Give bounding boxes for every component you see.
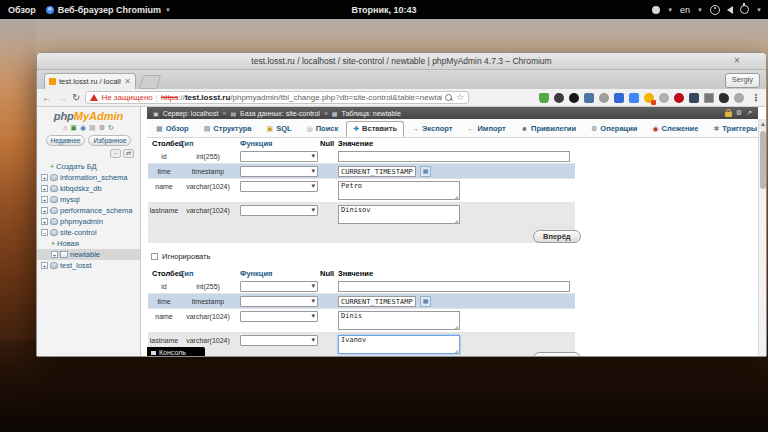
resize-grip-icon[interactable]: ◢ xyxy=(454,324,458,330)
function-select[interactable] xyxy=(240,205,318,216)
tree-item-new-db[interactable]: +Создать БД xyxy=(37,161,140,172)
breadcrumb-table[interactable]: Таблица: newtable xyxy=(341,110,400,117)
expand-icon[interactable]: + xyxy=(51,251,58,258)
function-select[interactable] xyxy=(240,181,318,192)
activities-button[interactable]: Обзор xyxy=(8,5,36,15)
tree-item-db[interactable]: +kibqdskz_db xyxy=(37,183,140,194)
tab-triggers[interactable]: ✱Триггеры xyxy=(706,121,764,137)
pixel-extension-icon[interactable] xyxy=(689,93,699,103)
tree-item-table-selected[interactable]: +newtable xyxy=(37,249,140,260)
blue-box-extension-icon[interactable] xyxy=(614,93,624,103)
tab-privileges[interactable]: ☻Привилегии xyxy=(514,121,583,137)
tab-import[interactable]: ←Импорт xyxy=(460,121,512,137)
window-titlebar[interactable]: test.losst.ru / localhost / site-control… xyxy=(37,53,766,70)
tree-item-new-table[interactable]: +Новая xyxy=(37,238,140,249)
tab-browse[interactable]: ▦Обзор xyxy=(149,121,196,137)
tab-operations[interactable]: ⚙Операции xyxy=(584,121,644,137)
timestamp-input[interactable] xyxy=(338,296,416,307)
gray-extension-icon[interactable] xyxy=(599,93,609,103)
pocket-extension-icon[interactable] xyxy=(554,93,564,103)
browser-tab[interactable]: test.losst.ru / localh ✕ xyxy=(44,73,136,89)
logout-icon[interactable]: ▣ xyxy=(70,124,77,132)
calendar-icon[interactable]: ▦ xyxy=(420,296,431,307)
function-select[interactable] xyxy=(240,281,318,292)
tree-item-db-expanded[interactable]: −site-control xyxy=(37,227,140,238)
breadcrumb-database[interactable]: База данных: site-control xyxy=(240,110,320,117)
window-close-button[interactable]: × xyxy=(730,53,744,69)
function-select[interactable] xyxy=(240,151,318,162)
type-header-link[interactable]: Тип xyxy=(180,139,193,148)
reload-button[interactable]: ↻ xyxy=(72,93,80,103)
value-textarea-focused[interactable]: Ivanov xyxy=(338,335,460,354)
clock[interactable]: Вторник, 10:43 xyxy=(351,5,416,15)
value-input[interactable] xyxy=(338,151,570,162)
timestamp-input[interactable] xyxy=(338,166,416,177)
tab-tracking[interactable]: ◉Слежение xyxy=(645,121,705,137)
expand-icon[interactable]: + xyxy=(41,174,48,181)
expand-icon[interactable]: + xyxy=(41,218,48,225)
tab-structure[interactable]: ▤Структура xyxy=(197,121,259,137)
tab-search[interactable]: ◎Поиск xyxy=(300,121,346,137)
address-bar[interactable]: Не защищено | https://test.losst.ru/phpm… xyxy=(85,91,469,104)
go-button[interactable]: Вперёд xyxy=(533,230,581,243)
go-button[interactable]: Вперёд xyxy=(533,352,581,357)
sql-window-icon[interactable]: ◉ xyxy=(80,124,86,132)
tree-item-db[interactable]: +performance_schema xyxy=(37,205,140,216)
pinterest-extension-icon[interactable] xyxy=(674,93,684,103)
function-select[interactable] xyxy=(240,311,318,322)
accessibility-icon[interactable] xyxy=(710,5,720,15)
resize-grip-icon[interactable]: ◢ xyxy=(454,348,458,354)
function-select[interactable] xyxy=(240,166,318,177)
search-icon[interactable] xyxy=(445,94,452,101)
profile-button[interactable]: Sergiy xyxy=(725,73,760,88)
expand-icon[interactable]: + xyxy=(41,185,48,192)
value-textarea[interactable]: Petro xyxy=(338,181,460,200)
expand-icon[interactable]: + xyxy=(41,196,48,203)
breadcrumb-server[interactable]: Сервер: localhost xyxy=(163,110,219,117)
expand-icon[interactable]: ↗ xyxy=(746,109,752,117)
back-button[interactable]: ← xyxy=(42,93,52,103)
collapse-all-button[interactable]: − xyxy=(110,149,121,158)
app-menu[interactable]: Веб-браузер Chromium ▼ xyxy=(46,5,171,15)
settings-icon[interactable]: ⚙ xyxy=(99,124,105,132)
tree-item-db[interactable]: +phpmyadmin xyxy=(37,216,140,227)
grid-extension-icon[interactable] xyxy=(704,93,714,103)
translate-extension-icon[interactable] xyxy=(629,93,639,103)
function-header-link[interactable]: Функция xyxy=(240,139,272,148)
security-label[interactable]: Не защищено xyxy=(101,93,152,102)
favorite-tables-button[interactable]: Избранное xyxy=(88,135,131,146)
collapse-icon[interactable]: − xyxy=(41,229,48,236)
tab-export[interactable]: →Экспорт xyxy=(405,121,459,137)
tab-close-icon[interactable]: ✕ xyxy=(124,77,131,86)
scroll-up-icon[interactable]: ▲ xyxy=(759,119,767,129)
insecure-warning-icon[interactable] xyxy=(90,94,98,101)
resize-grip-icon[interactable]: ◢ xyxy=(454,194,458,200)
language-indicator[interactable]: en xyxy=(680,5,690,15)
expand-icon[interactable]: + xyxy=(41,262,48,269)
expand-icon[interactable]: + xyxy=(41,207,48,214)
scrollbar-thumb[interactable] xyxy=(760,131,766,189)
page-settings-icon[interactable]: ⚙ xyxy=(736,109,742,117)
tab-insert[interactable]: ✚Вставить xyxy=(346,121,404,137)
forward-button[interactable]: → xyxy=(57,93,67,103)
shield-extension-icon[interactable] xyxy=(539,93,549,103)
unlink-button[interactable]: ⇄ xyxy=(123,149,134,158)
function-header-link[interactable]: Функция xyxy=(240,269,272,278)
github-extension-icon[interactable] xyxy=(569,93,579,103)
new-tab-button[interactable] xyxy=(139,75,162,89)
resize-grip-icon[interactable]: ◢ xyxy=(454,218,458,224)
value-textarea[interactable]: Dinisov xyxy=(338,205,460,224)
value-input[interactable] xyxy=(338,281,570,292)
gnome-foot-extension-icon[interactable] xyxy=(719,93,729,103)
camera-extension-icon[interactable] xyxy=(734,93,744,103)
function-select[interactable] xyxy=(240,296,318,307)
browser-menu-icon[interactable]: ⋮ xyxy=(749,92,761,103)
page-scrollbar[interactable]: ▲ xyxy=(758,119,767,357)
power-icon[interactable] xyxy=(740,5,749,14)
recent-tables-button[interactable]: Недавнее xyxy=(46,135,86,146)
lightbulb-extension-icon[interactable] xyxy=(644,93,654,103)
tree-item-db[interactable]: +information_schema xyxy=(37,172,140,183)
volume-icon[interactable] xyxy=(727,6,733,14)
vk-extension-icon[interactable] xyxy=(584,93,594,103)
reload-nav-icon[interactable]: ↻ xyxy=(108,124,114,132)
